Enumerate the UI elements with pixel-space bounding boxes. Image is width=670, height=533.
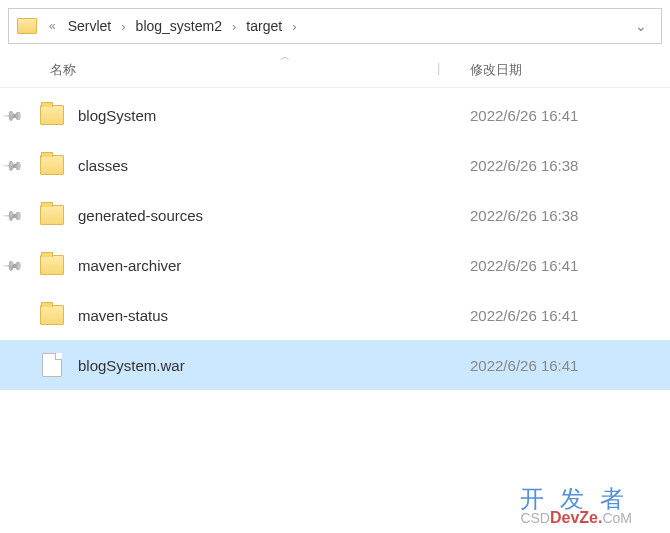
file-name: maven-status bbox=[78, 307, 470, 324]
file-date: 2022/6/26 16:38 bbox=[470, 157, 670, 174]
history-chevrons-icon[interactable]: « bbox=[49, 19, 56, 33]
file-name: blogSystem bbox=[78, 107, 470, 124]
breadcrumb-item[interactable]: Servlet bbox=[64, 16, 116, 36]
column-header-date[interactable]: 修改日期 bbox=[470, 61, 670, 79]
column-header-name[interactable]: 名称 bbox=[40, 61, 470, 79]
file-name: generated-sources bbox=[78, 207, 470, 224]
dropdown-icon[interactable]: ⌄ bbox=[629, 18, 653, 34]
file-name: classes bbox=[78, 157, 470, 174]
folder-icon bbox=[40, 155, 64, 175]
pin-icon: 📌 bbox=[1, 103, 24, 126]
file-date: 2022/6/26 16:41 bbox=[470, 357, 670, 374]
sort-indicator-icon[interactable]: ︿ bbox=[280, 50, 290, 64]
watermark-text: CSDDevZe.CoM bbox=[520, 509, 632, 527]
file-date: 2022/6/26 16:41 bbox=[470, 107, 670, 124]
folder-icon bbox=[40, 105, 64, 125]
file-icon bbox=[42, 353, 62, 377]
pin-icon: 📌 bbox=[1, 203, 24, 226]
file-row[interactable]: 📌classes2022/6/26 16:38 bbox=[0, 140, 670, 190]
watermark-text: 开发者 bbox=[520, 483, 640, 515]
folder-icon bbox=[40, 305, 64, 325]
breadcrumb-item[interactable]: blog_system2 bbox=[132, 16, 226, 36]
pin-icon: 📌 bbox=[1, 253, 24, 276]
chevron-right-icon[interactable]: › bbox=[292, 19, 296, 34]
folder-icon bbox=[17, 18, 37, 34]
column-headers: ︿ 名称 | 修改日期 bbox=[0, 52, 670, 88]
folder-icon bbox=[40, 255, 64, 275]
file-date: 2022/6/26 16:38 bbox=[470, 207, 670, 224]
file-row[interactable]: 📌generated-sources2022/6/26 16:38 bbox=[0, 190, 670, 240]
file-row[interactable]: blogSystem.war2022/6/26 16:41 bbox=[0, 340, 670, 390]
pin-icon: 📌 bbox=[1, 153, 24, 176]
chevron-right-icon[interactable]: › bbox=[232, 19, 236, 34]
file-row[interactable]: 📌blogSystem2022/6/26 16:41 bbox=[0, 90, 670, 140]
file-row[interactable]: maven-status2022/6/26 16:41 bbox=[0, 290, 670, 340]
address-bar[interactable]: « Servlet › blog_system2 › target › ⌄ bbox=[8, 8, 662, 44]
file-list: 📌blogSystem2022/6/26 16:41📌classes2022/6… bbox=[0, 88, 670, 390]
file-name: maven-archiver bbox=[78, 257, 470, 274]
folder-icon bbox=[40, 205, 64, 225]
file-row[interactable]: 📌maven-archiver2022/6/26 16:41 bbox=[0, 240, 670, 290]
breadcrumb: « Servlet › blog_system2 › target › bbox=[43, 16, 629, 36]
file-date: 2022/6/26 16:41 bbox=[470, 307, 670, 324]
column-separator[interactable]: | bbox=[437, 60, 440, 75]
chevron-right-icon[interactable]: › bbox=[121, 19, 125, 34]
breadcrumb-item[interactable]: target bbox=[242, 16, 286, 36]
file-date: 2022/6/26 16:41 bbox=[470, 257, 670, 274]
file-name: blogSystem.war bbox=[78, 357, 470, 374]
